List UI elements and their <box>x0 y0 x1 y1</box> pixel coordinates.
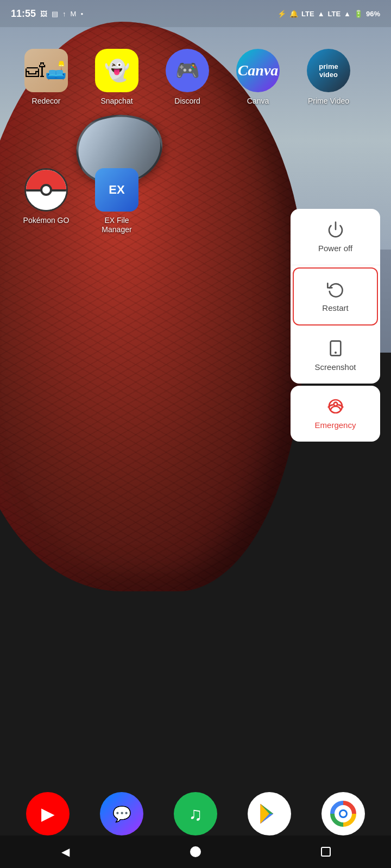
simcard-icon: ▤ <box>52 10 58 18</box>
photo-icon: 🖼 <box>40 10 47 18</box>
primevideo-icon: prime video <box>307 49 350 92</box>
bluetooth-icon: ⚡ <box>278 10 286 18</box>
upload-icon: ↑ <box>62 10 66 18</box>
power-off-button[interactable]: Power off <box>291 209 380 265</box>
app-row-2: Pokémon GO EX EX FileManager <box>16 168 147 234</box>
svg-point-7 <box>340 811 346 816</box>
discord-icon: 🎮 <box>166 49 209 92</box>
pokemongo-icon <box>24 168 68 212</box>
signal-lte-icon: LTE <box>301 10 314 18</box>
emergency-icon <box>327 398 344 415</box>
svg-point-4 <box>333 403 337 406</box>
dock-chrome[interactable] <box>321 792 365 835</box>
screenshot-label: Screenshot <box>315 362 356 372</box>
power-menu-card: Power off Restart Screenshot <box>291 209 380 384</box>
power-menu: Power off Restart Screenshot Emergency <box>291 209 380 442</box>
battery-level: 96% <box>366 10 380 18</box>
snapchat-label: Snapchat <box>100 97 133 106</box>
power-off-label: Power off <box>318 244 352 253</box>
app-row-1: 🛋️ Redecor 👻 Snapchat 🎮 Discord Canva Ca… <box>16 49 375 106</box>
screenshot-button[interactable]: Screenshot <box>291 328 380 384</box>
dot-icon: ● <box>80 11 83 16</box>
app-exfilemanager[interactable]: EX EX FileManager <box>87 168 147 234</box>
restart-icon <box>327 280 344 298</box>
primevideo-label: Prime Video <box>308 97 349 106</box>
mail-icon: M <box>71 10 77 18</box>
battery-icon: 🔋 <box>354 10 363 18</box>
signal-lte2-icon: LTE <box>328 10 341 18</box>
app-primevideo[interactable]: prime video Prime Video <box>299 49 358 106</box>
restart-label: Restart <box>322 303 348 312</box>
app-canva[interactable]: Canva Canva <box>228 49 288 106</box>
screenshot-icon <box>327 340 344 357</box>
discord-label: Discord <box>174 97 200 106</box>
power-off-icon <box>327 221 344 238</box>
exfilemanager-icon: EX <box>95 168 138 212</box>
dock-spotify[interactable]: ♫ <box>174 792 217 835</box>
pokemongo-label: Pokémon GO <box>23 216 70 225</box>
app-discord[interactable]: 🎮 Discord <box>157 49 217 106</box>
redecor-label: Redecor <box>32 97 61 106</box>
signal-bars-icon: ▲ <box>318 10 325 18</box>
emergency-button[interactable]: Emergency <box>291 386 380 442</box>
home-button[interactable] <box>182 841 209 863</box>
app-pokemongo[interactable]: Pokémon GO <box>16 168 76 234</box>
status-bar: 11:55 🖼 ▤ ↑ M ● ⚡ 🔔 LTE ▲ LTE ▲ 🔋 96% <box>0 0 391 27</box>
redecor-icon: 🛋️ <box>24 49 68 92</box>
dock-googleplay[interactable] <box>248 792 291 835</box>
notifications-off-icon: 🔔 <box>289 10 298 18</box>
exfilemanager-label: EX FileManager <box>102 216 131 234</box>
home-indicator <box>190 846 201 857</box>
chrome-icon <box>330 801 356 827</box>
status-right: ⚡ 🔔 LTE ▲ LTE ▲ 🔋 96% <box>278 10 380 18</box>
googleplay-icon <box>257 802 281 826</box>
snapchat-icon: 👻 <box>95 49 138 92</box>
signal-bars2-icon: ▲ <box>344 10 351 18</box>
recents-button[interactable] <box>312 841 339 863</box>
navigation-bar: ◀ <box>0 835 391 868</box>
restart-button[interactable]: Restart <box>293 267 378 326</box>
dock: ▶ 💬 ♫ <box>11 792 380 835</box>
status-time: 11:55 <box>11 8 36 20</box>
app-redecor[interactable]: 🛋️ Redecor <box>16 49 76 106</box>
canva-icon: Canva <box>236 49 280 92</box>
emergency-label: Emergency <box>315 420 356 430</box>
back-button[interactable]: ◀ <box>52 841 79 863</box>
dock-youtube[interactable]: ▶ <box>26 792 70 835</box>
recents-indicator <box>321 847 331 857</box>
canva-label: Canva <box>247 97 269 106</box>
app-snapchat[interactable]: 👻 Snapchat <box>87 49 147 106</box>
dock-messenger[interactable]: 💬 <box>100 792 143 835</box>
status-left: 11:55 🖼 ▤ ↑ M ● <box>11 8 83 20</box>
